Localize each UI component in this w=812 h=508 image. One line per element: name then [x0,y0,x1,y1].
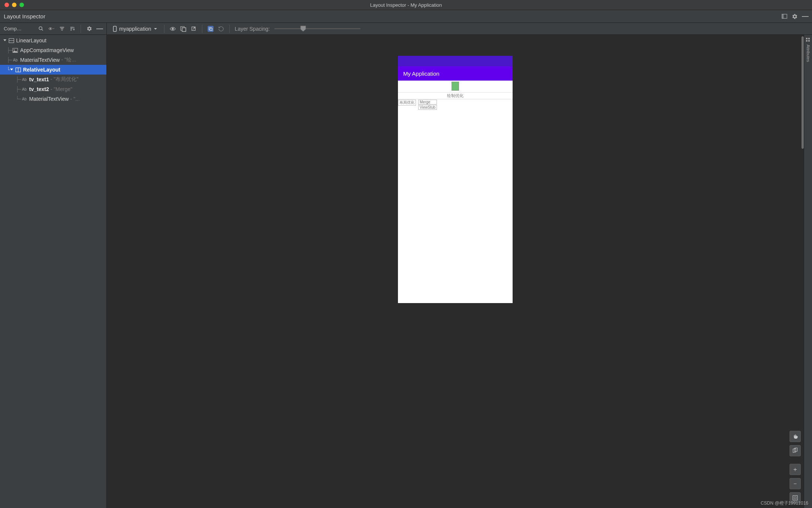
tree-node-materialtextview-1[interactable]: ├─ Ab MaterialTextView - "绘... [0,55,106,65]
tree-node-linearlayout[interactable]: LinearLayout [0,36,106,45]
svg-rect-28 [793,496,797,500]
layer-spacing-slider[interactable] [274,28,360,29]
svg-rect-33 [808,40,810,42]
filter-icon[interactable] [59,26,65,32]
attributes-label: Attributes [806,45,811,62]
panel-header: Layout Inspector — [0,10,812,23]
close-window-button[interactable] [4,3,9,7]
export-icon[interactable] [191,26,197,32]
layout-icon [15,67,21,73]
svg-point-19 [211,29,212,30]
tree-gear-icon[interactable] [86,26,92,32]
collapse-tree-icon[interactable]: — [97,26,103,32]
svg-rect-30 [806,38,808,39]
zoom-out-button[interactable]: － [790,478,801,489]
device-image-placeholder [452,82,459,91]
tree-node-tv-text1[interactable]: ├─ Ab tv_text1 - "布局优化" [0,75,106,84]
tree-node-relativelayout[interactable]: └ RelativeLayout [0,65,106,75]
device-cell: 布局优化 [398,100,416,106]
snapshot-icon[interactable] [180,26,186,32]
window-controls [0,3,24,7]
attributes-icon [806,38,811,42]
chevron-down-icon[interactable] [9,68,14,72]
component-tree-label: Compo... [0,26,27,31]
node-label: tv_text1 [29,76,49,82]
minimize-window-button[interactable] [12,3,16,7]
pan-tool-button[interactable] [790,431,801,442]
layers-3d-button[interactable] [790,445,801,456]
svg-rect-32 [806,40,808,42]
refresh-icon[interactable] [218,26,224,32]
tree-node-materialtextview-2[interactable]: └─ Ab MaterialTextView - "... [0,94,106,104]
text-icon: Ab [12,57,18,63]
slider-thumb-icon[interactable] [300,25,307,32]
toolbar: Compo... — [0,23,812,35]
layout-icon [8,37,14,43]
svg-rect-7 [61,30,63,30]
svg-rect-5 [60,27,64,28]
svg-rect-29 [794,497,796,499]
tree-node-tv-text2[interactable]: ├─ Ab tv_text2 - "Merge" [0,84,106,94]
text-icon: Ab [21,86,27,92]
device-app-title: My Application [403,70,440,77]
watermark: CSDN @橙子19911016 [761,500,808,507]
eye-dropdown-icon[interactable] [48,26,54,32]
scrollbar-thumb[interactable] [802,36,804,149]
device-content-row: 布局优化 Merge ViewStub [398,99,513,110]
component-tree-panel: LinearLayout ├─ AppCompatImageView ├─ Ab… [0,35,107,508]
eye-icon[interactable] [170,26,176,32]
device-statusbar [398,56,513,66]
svg-rect-8 [70,27,73,28]
zoom-in-button[interactable]: ＋ [790,464,801,475]
device-icon [113,26,117,32]
svg-rect-31 [808,38,810,39]
node-label: RelativeLayout [23,67,60,73]
layout-canvas[interactable]: My Application 绘制优化 布局优化 Merge ViewStub [107,35,804,508]
process-selector[interactable]: myapplication [111,25,159,33]
chevron-down-icon[interactable] [2,39,7,42]
svg-rect-10 [70,30,72,30]
device-label-row: 绘制优化 [398,93,513,99]
window-title: Layout Inspector - My Application [0,2,812,8]
node-suffix: - "... [70,96,79,102]
svg-rect-1 [782,14,784,18]
svg-point-12 [172,28,173,29]
svg-point-4 [50,28,51,29]
svg-rect-9 [70,28,72,29]
svg-rect-11 [114,26,117,31]
svg-line-3 [42,29,43,30]
chevron-down-icon [154,27,157,31]
node-suffix: - "绘... [61,57,76,63]
titlebar: Layout Inspector - My Application [0,0,812,10]
panel-title: Layout Inspector [4,13,45,19]
node-suffix: - "Merge" [51,86,72,92]
svg-rect-14 [182,28,186,31]
svg-point-23 [14,49,15,50]
node-label: MaterialTextView [20,57,60,63]
search-icon[interactable] [38,26,44,32]
live-updates-icon[interactable] [208,26,214,32]
node-label: MaterialTextView [29,96,69,102]
gear-icon[interactable] [792,13,798,19]
node-label: tv_text2 [29,86,49,92]
node-suffix: - "布局优化" [51,76,79,83]
node-label: LinearLayout [16,37,46,43]
dock-icon[interactable] [781,13,787,19]
attributes-rail[interactable]: Attributes [804,35,812,508]
device-cell: ViewStub [418,105,437,110]
svg-point-2 [39,27,42,30]
device-preview[interactable]: My Application 绘制优化 布局优化 Merge ViewStub [398,56,513,303]
text-icon: Ab [21,96,27,102]
minimize-panel-icon[interactable]: — [802,13,808,19]
device-appbar: My Application [398,66,513,81]
canvas-scrollbar[interactable] [802,35,804,508]
tree-node-appcompatimageview[interactable]: ├─ AppCompatImageView [0,45,106,55]
device-cell: Merge [418,100,437,105]
node-label: AppCompatImageView [20,47,74,53]
maximize-window-button[interactable] [19,3,24,7]
canvas-tools: ＋ － [790,431,801,504]
svg-rect-6 [60,28,63,29]
sort-icon[interactable] [69,26,75,32]
process-name: myapplication [119,26,151,32]
image-icon [12,47,18,53]
